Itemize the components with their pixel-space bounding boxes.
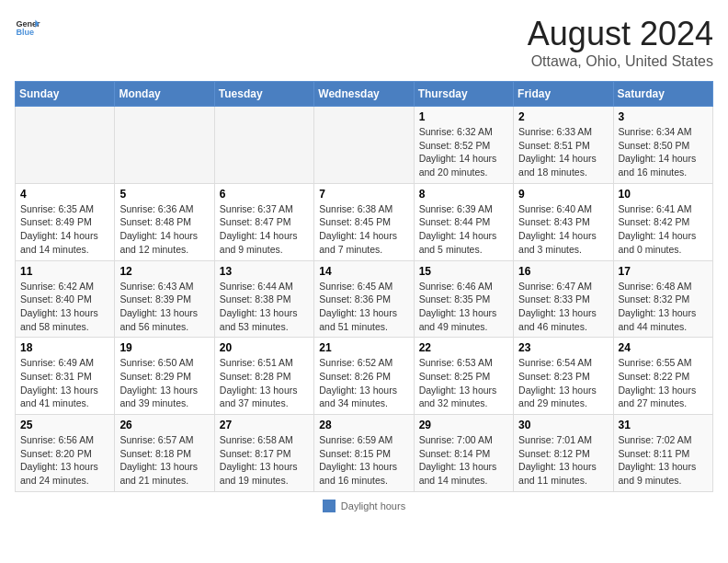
calendar-cell: 13Sunrise: 6:44 AM Sunset: 8:38 PM Dayli… [214, 260, 313, 338]
daylight-color-box [323, 500, 336, 512]
calendar-cell: 8Sunrise: 6:39 AM Sunset: 8:44 PM Daylig… [414, 183, 513, 260]
day-header-sunday: Sunday [16, 82, 115, 107]
day-info: Sunrise: 6:59 AM Sunset: 8:15 PM Dayligh… [319, 433, 408, 488]
footer: Daylight hours [15, 500, 713, 512]
day-number: 10 [619, 188, 708, 201]
calendar-cell: 31Sunrise: 7:02 AM Sunset: 8:11 PM Dayli… [613, 415, 712, 492]
day-number: 23 [518, 341, 608, 354]
day-info: Sunrise: 6:33 AM Sunset: 8:51 PM Dayligh… [518, 125, 608, 179]
day-info: Sunrise: 6:40 AM Sunset: 8:43 PM Dayligh… [518, 202, 608, 257]
main-title: August 2024 [528, 15, 713, 53]
day-info: Sunrise: 6:34 AM Sunset: 8:50 PM Dayligh… [619, 125, 708, 179]
calendar-table: SundayMondayTuesdayWednesdayThursdayFrid… [15, 81, 713, 492]
day-number: 17 [619, 265, 708, 278]
calendar-cell: 2Sunrise: 6:33 AM Sunset: 8:51 PM Daylig… [514, 107, 613, 184]
day-info: Sunrise: 6:48 AM Sunset: 8:32 PM Dayligh… [619, 280, 708, 334]
calendar-cell: 24Sunrise: 6:55 AM Sunset: 8:22 PM Dayli… [613, 338, 712, 415]
day-number: 31 [619, 419, 708, 431]
day-info: Sunrise: 6:42 AM Sunset: 8:40 PM Dayligh… [20, 280, 109, 334]
day-number: 7 [319, 188, 408, 201]
calendar-cell: 15Sunrise: 6:46 AM Sunset: 8:35 PM Dayli… [414, 260, 513, 338]
calendar-cell: 16Sunrise: 6:47 AM Sunset: 8:33 PM Dayli… [514, 260, 613, 338]
logo-icon: General Blue [15, 15, 40, 40]
day-info: Sunrise: 6:52 AM Sunset: 8:26 PM Dayligh… [319, 356, 408, 410]
day-header-thursday: Thursday [414, 82, 513, 107]
day-info: Sunrise: 6:43 AM Sunset: 8:39 PM Dayligh… [119, 280, 209, 334]
calendar-cell: 12Sunrise: 6:43 AM Sunset: 8:39 PM Dayli… [115, 260, 214, 338]
day-number: 13 [220, 265, 309, 278]
day-info: Sunrise: 7:02 AM Sunset: 8:11 PM Dayligh… [619, 433, 708, 488]
calendar-cell: 6Sunrise: 6:37 AM Sunset: 8:47 PM Daylig… [214, 183, 313, 260]
day-number: 27 [220, 419, 309, 431]
calendar-cell: 29Sunrise: 7:00 AM Sunset: 8:14 PM Dayli… [414, 415, 513, 492]
day-number: 29 [419, 419, 508, 431]
day-number: 18 [20, 341, 109, 354]
day-number: 2 [518, 110, 608, 123]
day-info: Sunrise: 6:55 AM Sunset: 8:22 PM Dayligh… [619, 356, 708, 410]
day-number: 9 [518, 188, 608, 201]
calendar-cell: 1Sunrise: 6:32 AM Sunset: 8:52 PM Daylig… [414, 107, 513, 184]
svg-text:Blue: Blue [16, 28, 34, 37]
calendar-cell [115, 107, 214, 184]
day-info: Sunrise: 6:46 AM Sunset: 8:35 PM Dayligh… [419, 280, 508, 334]
day-info: Sunrise: 6:56 AM Sunset: 8:20 PM Dayligh… [20, 433, 109, 488]
calendar-cell: 20Sunrise: 6:51 AM Sunset: 8:28 PM Dayli… [214, 338, 313, 415]
day-info: Sunrise: 6:50 AM Sunset: 8:29 PM Dayligh… [119, 356, 209, 410]
day-info: Sunrise: 6:54 AM Sunset: 8:23 PM Dayligh… [518, 356, 608, 410]
week-row-5: 25Sunrise: 6:56 AM Sunset: 8:20 PM Dayli… [16, 415, 713, 492]
day-header-friday: Friday [514, 82, 613, 107]
day-info: Sunrise: 7:01 AM Sunset: 8:12 PM Dayligh… [518, 433, 608, 488]
day-number: 1 [419, 110, 508, 123]
day-info: Sunrise: 6:35 AM Sunset: 8:49 PM Dayligh… [20, 202, 109, 257]
day-number: 24 [619, 341, 708, 354]
day-info: Sunrise: 6:57 AM Sunset: 8:18 PM Dayligh… [119, 433, 209, 488]
day-info: Sunrise: 6:58 AM Sunset: 8:17 PM Dayligh… [220, 433, 309, 488]
day-number: 22 [419, 341, 508, 354]
header: General Blue August 2024 Ottawa, Ohio, U… [15, 15, 713, 70]
day-info: Sunrise: 6:39 AM Sunset: 8:44 PM Dayligh… [419, 202, 508, 257]
calendar-cell: 14Sunrise: 6:45 AM Sunset: 8:36 PM Dayli… [314, 260, 414, 338]
calendar-cell: 22Sunrise: 6:53 AM Sunset: 8:25 PM Dayli… [414, 338, 513, 415]
day-number: 11 [20, 265, 109, 278]
day-number: 3 [619, 110, 708, 123]
day-number: 28 [319, 419, 408, 431]
day-number: 20 [220, 341, 309, 354]
day-info: Sunrise: 6:49 AM Sunset: 8:31 PM Dayligh… [20, 356, 109, 410]
calendar-cell: 19Sunrise: 6:50 AM Sunset: 8:29 PM Dayli… [115, 338, 214, 415]
week-row-4: 18Sunrise: 6:49 AM Sunset: 8:31 PM Dayli… [16, 338, 713, 415]
day-number: 26 [119, 419, 209, 431]
day-number: 19 [119, 341, 209, 354]
day-number: 30 [518, 419, 608, 431]
calendar-cell: 18Sunrise: 6:49 AM Sunset: 8:31 PM Dayli… [16, 338, 115, 415]
logo: General Blue [15, 15, 40, 40]
calendar-cell: 25Sunrise: 6:56 AM Sunset: 8:20 PM Dayli… [16, 415, 115, 492]
day-info: Sunrise: 7:00 AM Sunset: 8:14 PM Dayligh… [419, 433, 508, 488]
calendar-cell [314, 107, 414, 184]
calendar-cell: 28Sunrise: 6:59 AM Sunset: 8:15 PM Dayli… [314, 415, 414, 492]
calendar-cell: 7Sunrise: 6:38 AM Sunset: 8:45 PM Daylig… [314, 183, 414, 260]
calendar-cell: 17Sunrise: 6:48 AM Sunset: 8:32 PM Dayli… [613, 260, 712, 338]
day-number: 14 [319, 265, 408, 278]
calendar-cell: 27Sunrise: 6:58 AM Sunset: 8:17 PM Dayli… [214, 415, 313, 492]
day-info: Sunrise: 6:37 AM Sunset: 8:47 PM Dayligh… [220, 202, 309, 257]
day-number: 6 [220, 188, 309, 201]
week-row-3: 11Sunrise: 6:42 AM Sunset: 8:40 PM Dayli… [16, 260, 713, 338]
day-number: 8 [419, 188, 508, 201]
day-number: 15 [419, 265, 508, 278]
day-info: Sunrise: 6:45 AM Sunset: 8:36 PM Dayligh… [319, 280, 408, 334]
day-header-saturday: Saturday [613, 82, 712, 107]
week-row-1: 1Sunrise: 6:32 AM Sunset: 8:52 PM Daylig… [16, 107, 713, 184]
day-info: Sunrise: 6:51 AM Sunset: 8:28 PM Dayligh… [220, 356, 309, 410]
header-row: SundayMondayTuesdayWednesdayThursdayFrid… [16, 82, 713, 107]
calendar-cell: 11Sunrise: 6:42 AM Sunset: 8:40 PM Dayli… [16, 260, 115, 338]
calendar-cell: 23Sunrise: 6:54 AM Sunset: 8:23 PM Dayli… [514, 338, 613, 415]
day-info: Sunrise: 6:53 AM Sunset: 8:25 PM Dayligh… [419, 356, 508, 410]
day-info: Sunrise: 6:41 AM Sunset: 8:42 PM Dayligh… [619, 202, 708, 257]
title-area: August 2024 Ottawa, Ohio, United States [528, 15, 713, 70]
calendar-cell: 4Sunrise: 6:35 AM Sunset: 8:49 PM Daylig… [16, 183, 115, 260]
day-info: Sunrise: 6:47 AM Sunset: 8:33 PM Dayligh… [518, 280, 608, 334]
calendar-cell [214, 107, 313, 184]
day-number: 12 [119, 265, 209, 278]
calendar-cell: 30Sunrise: 7:01 AM Sunset: 8:12 PM Dayli… [514, 415, 613, 492]
calendar-cell: 3Sunrise: 6:34 AM Sunset: 8:50 PM Daylig… [613, 107, 712, 184]
